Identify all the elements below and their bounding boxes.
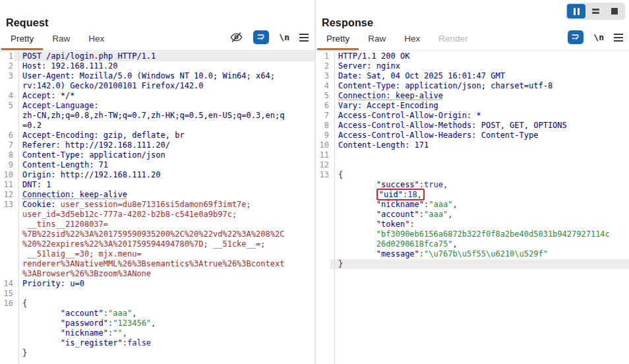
code-row[interactable]: 2Host: 192.168.111.20 — [0, 61, 314, 71]
code-line[interactable]: User-Agent: Mozilla/5.0 (Windows NT 10.0… — [15, 71, 314, 81]
code-line[interactable]: renderer%3ANativeMML%26%3Bsemantics%3Atr… — [15, 259, 314, 269]
request-editor[interactable]: 1POST /api/login.php HTTP/1.12Host: 192.… — [0, 51, 314, 364]
code-line[interactable]: Priority: u=0 — [15, 279, 314, 289]
code-row[interactable]: "account":"aaa", — [316, 210, 629, 220]
code-row[interactable]: 6Vary: Accept-Encoding — [316, 101, 629, 111]
code-row[interactable]: 6Accept-Encoding: gzip, deflate, br — [0, 131, 314, 140]
word-wrap-toggle-button[interactable] — [568, 30, 584, 44]
code-line[interactable]: { — [330, 170, 629, 180]
code-row[interactable]: 9Access-Control-Allow-Headers: Content-T… — [316, 131, 629, 140]
code-row[interactable]: "uid":18, — [316, 190, 629, 200]
code-line[interactable]: Access-Control-Allow-Headers: Content-Ty… — [330, 131, 629, 140]
code-row[interactable]: 9Content-Length: 71 — [0, 160, 314, 170]
code-row[interactable]: %20%22expires%22%3A%201759594494780%7D; … — [0, 239, 314, 249]
code-row[interactable]: 16{ — [0, 299, 314, 309]
code-line[interactable]: "token": — [330, 220, 629, 229]
code-line[interactable]: Connection: keep-alive — [330, 91, 629, 101]
code-line[interactable]: { — [15, 299, 314, 309]
code-line[interactable]: "account":"aaa", — [330, 210, 629, 220]
code-row[interactable]: 7Access-Control-Allow-Origin: * — [316, 111, 629, 121]
code-line[interactable]: %20%22expires%22%3A%201759594494780%7D; … — [15, 239, 314, 249]
code-row[interactable]: "account":"aaa", — [0, 309, 314, 318]
code-line[interactable]: Access-Control-Allow-Methods: POST, GET,… — [330, 121, 629, 131]
code-row[interactable]: "token": — [316, 220, 629, 229]
code-row[interactable]: } — [316, 259, 629, 269]
code-row[interactable]: 13{ — [316, 170, 629, 180]
code-row[interactable]: 5Accept-Language: — [0, 101, 314, 111]
newline-toggle-button[interactable]: \n — [279, 32, 289, 42]
response-editor[interactable]: 1HTTP/1.1 200 OK2Server: nginx3Date: Sat… — [316, 51, 629, 364]
response-menu-icon[interactable] — [614, 34, 623, 42]
code-row[interactable]: 14Priority: u=0 — [0, 279, 314, 289]
word-wrap-toggle-button[interactable] — [253, 30, 269, 44]
tab-pretty[interactable]: Pretty — [317, 30, 359, 50]
code-line[interactable]: "message":"\u767b\u5f55\u6210\u529f" — [330, 249, 629, 259]
code-line[interactable]: %3ABrowser%26%3Bzoom%3ANone — [15, 269, 314, 279]
code-line[interactable]: Accept-Language: — [15, 101, 314, 111]
code-line[interactable]: user_id=3d5eb12c-777a-4202-b2b8-c541e0a9… — [15, 210, 314, 220]
code-line[interactable] — [330, 160, 629, 170]
code-row[interactable]: %7B%22sid%22%3A%201759590935200%2C%20%22… — [0, 229, 314, 239]
code-row[interactable]: 1HTTP/1.1 200 OK — [316, 51, 629, 61]
code-line[interactable]: Content-Length: 71 — [15, 160, 314, 170]
code-row[interactable]: 1POST /api/login.php HTTP/1.1 — [0, 51, 314, 61]
code-line[interactable]: Accept-Encoding: gzip, deflate, br — [15, 131, 314, 140]
code-row[interactable]: 4Content-Type: application/json; charset… — [316, 81, 629, 91]
code-line[interactable]: POST /api/login.php HTTP/1.1 — [15, 51, 314, 61]
code-row[interactable]: 15 — [0, 289, 314, 299]
code-row[interactable]: 3Date: Sat, 04 Oct 2025 16:01:47 GMT — [316, 71, 629, 81]
code-row[interactable]: "nickname":"", — [0, 328, 314, 338]
code-row[interactable]: 5Connection: keep-alive — [316, 91, 629, 101]
code-line[interactable]: "is_register":false — [15, 338, 314, 348]
code-row[interactable]: 4Accept: */* — [0, 91, 314, 101]
request-menu-icon[interactable] — [299, 34, 309, 42]
code-row[interactable]: "is_register":false — [0, 338, 314, 348]
code-row[interactable]: 13Cookie: user_session=du8e71316si5damon… — [0, 200, 314, 210]
code-line[interactable]: "nickname":"aaa", — [330, 200, 629, 210]
code-line[interactable]: } — [15, 348, 314, 358]
code-row[interactable]: 12Connection: keep-alive — [0, 190, 314, 200]
code-row[interactable]: 8Content-Type: application/json — [0, 150, 314, 160]
code-line[interactable]: "account":"aaa", — [15, 309, 314, 318]
code-row[interactable]: 12 — [316, 160, 629, 170]
tab-pretty[interactable]: Pretty — [1, 30, 43, 50]
code-line[interactable]: Origin: http://192.168.111.20 — [15, 170, 314, 180]
code-line[interactable]: "uid":18, — [330, 190, 629, 200]
code-row[interactable]: "message":"\u767b\u5f55\u6210\u529f" — [316, 249, 629, 259]
code-row[interactable]: rv:142.0) Gecko/20100101 Firefox/142.0 — [0, 81, 314, 91]
code-line[interactable]: Vary: Accept-Encoding — [330, 101, 629, 111]
code-row[interactable]: "nickname":"aaa", — [316, 200, 629, 210]
code-row[interactable]: =0.2 — [0, 121, 314, 131]
code-line[interactable]: Cookie: user_session=du8e71316si5damon69… — [15, 200, 314, 210]
code-row[interactable]: "success":true, — [316, 180, 629, 190]
code-line[interactable]: Referer: http://192.168.111.20/ — [15, 140, 314, 150]
code-row[interactable]: user_id=3d5eb12c-777a-4202-b2b8-c541e0a9… — [0, 210, 314, 220]
code-line[interactable]: 26d0290618fca75", — [330, 239, 629, 249]
code-row[interactable]: 2Server: nginx — [316, 61, 629, 71]
tab-hex[interactable]: Hex — [395, 30, 429, 50]
code-line[interactable]: zh-CN,zh;q=0.8,zh-TW;q=0.7,zh-HK;q=0.5,e… — [15, 111, 314, 121]
code-line[interactable]: "nickname":"", — [15, 328, 314, 338]
code-row[interactable]: } — [0, 348, 314, 358]
code-row[interactable]: 11 — [316, 150, 629, 160]
code-row[interactable]: 10Origin: http://192.168.111.20 — [0, 170, 314, 180]
code-line[interactable]: __51laig__=30; mjx.menu= — [15, 249, 314, 259]
code-line[interactable] — [330, 150, 629, 160]
hide-eye-icon[interactable] — [229, 31, 243, 44]
code-row[interactable]: 11DNT: 1 — [0, 180, 314, 190]
code-line[interactable]: __tins__21208037= — [15, 220, 314, 229]
code-row[interactable]: renderer%3ANativeMML%26%3Bsemantics%3Atr… — [0, 259, 314, 269]
code-row[interactable]: "bf3090eb6156a6872b322f0f8a2be40d5031b94… — [316, 229, 629, 239]
code-line[interactable]: Accept: */* — [15, 91, 314, 101]
code-line[interactable]: Content-Type: application/json — [15, 150, 314, 160]
code-line[interactable]: =0.2 — [15, 121, 314, 131]
code-line[interactable]: Server: nginx — [330, 61, 629, 71]
code-line[interactable]: %7B%22sid%22%3A%201759590935200%2C%20%22… — [15, 229, 314, 239]
code-line[interactable]: Content-Length: 171 — [330, 140, 629, 150]
code-line[interactable]: "bf3090eb6156a6872b322f0f8a2be40d5031b94… — [330, 229, 629, 239]
code-row[interactable]: %3ABrowser%26%3Bzoom%3ANone — [0, 269, 314, 279]
tab-raw[interactable]: Raw — [43, 30, 79, 50]
code-line[interactable]: Access-Control-Allow-Origin: * — [330, 111, 629, 121]
tab-hex[interactable]: Hex — [79, 30, 113, 50]
code-line[interactable]: Connection: keep-alive — [15, 190, 314, 200]
